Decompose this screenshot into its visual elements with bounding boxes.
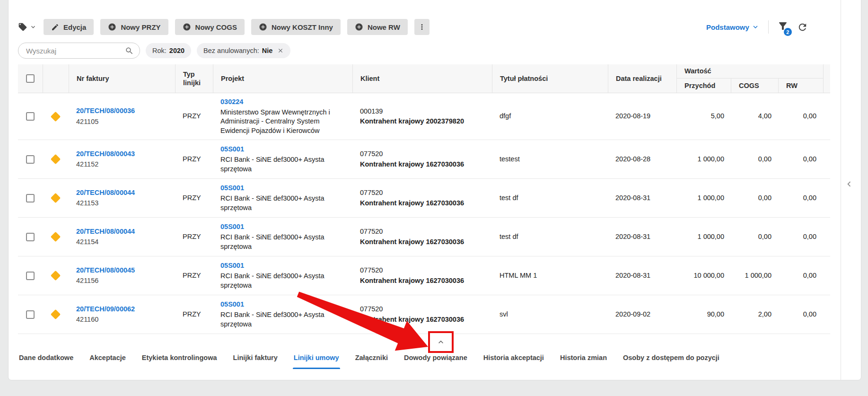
realization-date: 2020-09-02 — [608, 306, 676, 324]
column-header-rw[interactable]: RW — [778, 79, 823, 93]
invoice-number-link[interactable]: 20/TECH/08/00044 — [76, 228, 135, 235]
tab-linijki-umowy[interactable]: Linijki umowy — [293, 350, 340, 369]
invoice-id: 421160 — [76, 315, 169, 325]
invoice-number-link[interactable]: 20/TECH/08/00043 — [76, 150, 135, 158]
tag-menu-button[interactable] — [18, 22, 37, 32]
new-rw-button[interactable]: Nowe RW — [347, 19, 408, 35]
column-header-przychod[interactable]: Przychód — [676, 79, 731, 93]
tab-dane-dodatkowe[interactable]: Dane dodatkowe — [18, 350, 74, 369]
tab-linijki-faktury[interactable]: Linijki faktury — [232, 350, 279, 369]
tab-historia-akceptacji[interactable]: Historia akceptacji — [482, 350, 545, 369]
client-name: Kontrahent krajowy 1627030036 — [360, 160, 486, 169]
invoice-number-link[interactable]: 20/TECH/08/00045 — [76, 266, 135, 274]
row-checkbox[interactable] — [26, 194, 35, 202]
chevron-down-icon — [751, 23, 760, 31]
table-row[interactable]: 20/TECH/08/00045 421156 PRZY 05S001 RCI … — [18, 256, 830, 295]
project-code-link[interactable]: 05S001 — [220, 184, 244, 192]
row-checkbox[interactable] — [26, 233, 35, 241]
table-row[interactable]: 20/TECH/08/00044 421153 PRZY 05S001 RCI … — [18, 179, 830, 218]
close-icon[interactable] — [277, 47, 284, 54]
column-header-wartosc: Wartość — [676, 64, 823, 79]
row-checkbox[interactable] — [26, 112, 35, 121]
table-row[interactable]: 20/TECH/08/00036 421105 PRZY 030224 Mini… — [18, 93, 830, 140]
value-rw: 0,00 — [778, 267, 823, 285]
table-row[interactable]: 20/TECH/08/00043 421152 PRZY 05S001 RCI … — [18, 140, 830, 179]
project-code-link[interactable]: 030224 — [220, 98, 243, 106]
row-checkbox[interactable] — [26, 310, 35, 319]
edit-button-label: Edycja — [63, 23, 86, 31]
side-panel-collapse-button[interactable] — [843, 178, 855, 190]
project-code-link[interactable]: 05S001 — [220, 223, 244, 230]
realization-date: 2020-08-19 — [608, 107, 676, 125]
new-cogs-button-label: Nowy COGS — [195, 23, 237, 31]
view-selector-label: Podstawowy — [706, 23, 749, 31]
column-header-tytul-platnosci[interactable]: Tytuł płatności — [492, 64, 608, 93]
plus-circle-icon — [183, 23, 191, 31]
invoice-id: 421105 — [76, 117, 169, 127]
client-code: 000139 — [360, 107, 486, 116]
realization-date: 2020-08-31 — [608, 228, 676, 246]
invoice-number-link[interactable]: 20/TECH/08/00044 — [76, 189, 135, 196]
status-column-header — [43, 64, 69, 93]
search-icon[interactable] — [125, 46, 134, 55]
invoice-number-link[interactable]: 20/TECH/09/00062 — [76, 305, 135, 313]
new-koszt-inny-button[interactable]: Nowy KOSZT Inny — [251, 19, 341, 35]
new-przy-button[interactable]: Nowy PRZY — [100, 19, 168, 35]
chip-label: Bez anulowanych: — [203, 47, 259, 54]
project-code-link[interactable]: 05S001 — [220, 262, 244, 269]
status-diamond-icon — [51, 154, 61, 164]
chip-label: Rok: — [152, 47, 167, 54]
filter-button[interactable]: 2 — [777, 20, 789, 34]
content-card: Edycja Nowy PRZY Nowy COGS Nowy KOSZT In… — [9, 0, 861, 380]
value-cogs: 0,00 — [731, 150, 778, 168]
tab-akceptacje[interactable]: Akceptacje — [88, 350, 127, 369]
value-rw: 0,00 — [778, 150, 823, 168]
toolbar-right: Podstawowy 2 — [706, 19, 808, 35]
line-type: PRZY — [175, 150, 213, 168]
project-code-link[interactable]: 05S001 — [220, 300, 244, 308]
project-code-link[interactable]: 05S001 — [220, 145, 244, 153]
tab-etykieta-kontrolingowa[interactable]: Etykieta kontrolingowa — [141, 350, 218, 369]
payment-title: svl — [492, 306, 608, 324]
select-all-checkbox[interactable] — [26, 74, 35, 83]
value-cogs: 0,00 — [731, 228, 778, 246]
status-diamond-icon — [51, 193, 61, 203]
row-checkbox[interactable] — [26, 272, 35, 280]
plus-circle-icon — [355, 23, 363, 31]
client-code: 077520 — [360, 188, 486, 198]
search-box[interactable] — [18, 43, 140, 59]
tab-dowody-powiazane[interactable]: Dowody powiązane — [403, 350, 468, 369]
column-header-filler — [823, 64, 837, 93]
refresh-button[interactable] — [797, 22, 808, 33]
invoice-id: 421154 — [76, 238, 169, 247]
plus-circle-icon — [108, 23, 116, 31]
project-name: RCI Bank - SiNE def3000+ Asysta sprzętow… — [220, 194, 347, 212]
more-vert-icon — [418, 23, 426, 31]
row-checkbox[interactable] — [26, 155, 35, 164]
detail-tabs: Dane dodatkowe Akceptacje Etykieta kontr… — [18, 350, 720, 369]
more-options-button[interactable] — [414, 19, 430, 35]
value-przychod: 1 000,00 — [676, 189, 731, 207]
new-przy-button-label: Nowy PRZY — [121, 23, 160, 31]
column-header-projekt[interactable]: Projekt — [213, 64, 352, 93]
edit-button[interactable]: Edycja — [44, 19, 94, 35]
view-selector[interactable]: Podstawowy — [706, 23, 760, 31]
panel-collapse-button[interactable] — [430, 333, 452, 351]
column-header-klient[interactable]: Klient — [352, 64, 492, 93]
line-type: PRZY — [175, 267, 213, 285]
column-header-nr-faktury[interactable]: Nr faktury — [69, 64, 175, 93]
tab-historia-zmian[interactable]: Historia zmian — [559, 350, 608, 369]
tab-osoby-z-dostepem[interactable]: Osoby z dostępem do pozycji — [622, 350, 720, 369]
filter-chip-bez-anulowanych[interactable]: Bez anulowanych: Nie — [197, 43, 290, 58]
filter-chip-rok[interactable]: Rok: 2020 — [146, 43, 191, 58]
column-header-typ-linijki[interactable]: Typ linijki — [175, 64, 213, 93]
search-input[interactable] — [26, 47, 125, 55]
table-row[interactable]: 20/TECH/09/00062 421160 PRZY 05S001 RCI … — [18, 295, 830, 334]
table-row[interactable]: 20/TECH/08/00044 421154 PRZY 05S001 RCI … — [18, 218, 830, 256]
tab-zalaczniki[interactable]: Załączniki — [354, 350, 389, 369]
invoice-number-link[interactable]: 20/TECH/08/00036 — [76, 107, 135, 114]
column-header-cogs[interactable]: COGS — [731, 79, 778, 93]
new-cogs-button[interactable]: Nowy COGS — [175, 19, 245, 35]
column-header-data-realizacji[interactable]: Data realizacji — [608, 64, 676, 93]
project-name: RCI Bank - SiNE def3000+ Asysta sprzętow… — [220, 272, 347, 290]
